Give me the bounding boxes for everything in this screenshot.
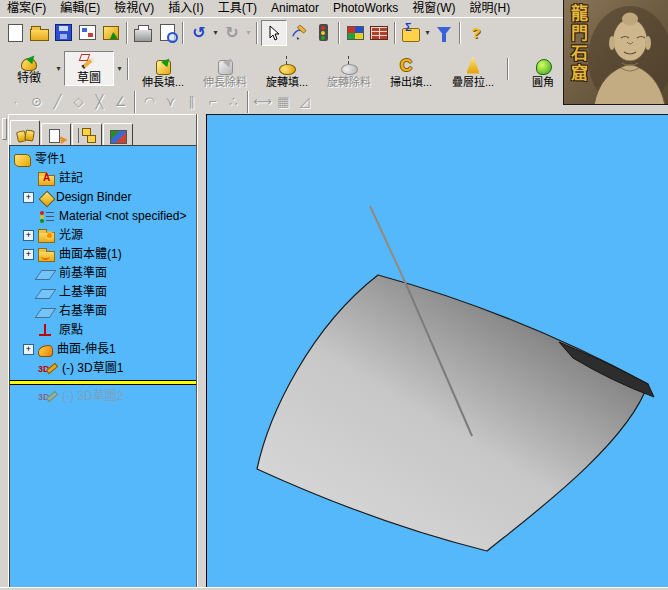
tree-item-3d-sketch1[interactable]: 3D (-) 3D草圖1 <box>10 359 196 378</box>
edit-color-button[interactable] <box>343 21 367 45</box>
longmen-grottoes-photo: 龍門石窟 <box>563 0 668 105</box>
make-assembly-from-part-button[interactable] <box>99 21 123 45</box>
print-preview-button[interactable] <box>155 21 179 45</box>
sketch-trim-icon[interactable]: ╳ <box>89 92 110 112</box>
menu-tools[interactable]: 工具(T) <box>211 0 264 17</box>
sketch-tool-button[interactable] <box>287 21 311 45</box>
sketch-angle-measure-icon[interactable]: ◿ <box>294 92 315 112</box>
revolved-boss-label: 旋轉填... <box>266 76 308 88</box>
undo-button[interactable]: ↺ <box>187 21 211 45</box>
revolved-cut-button[interactable]: 旋轉除料 <box>318 48 380 90</box>
color-palette-icon <box>347 26 364 40</box>
tree-item-front-plane[interactable]: 前基準面 <box>10 264 196 283</box>
toolbar-separator <box>507 58 509 80</box>
rollback-bar[interactable] <box>10 380 196 385</box>
menu-edit[interactable]: 編輯(E) <box>53 0 107 17</box>
plane-icon <box>34 308 56 318</box>
expand-button[interactable]: + <box>23 192 34 203</box>
tree-item-annotations[interactable]: A 註記 <box>10 169 196 188</box>
menu-animator[interactable]: Animator <box>264 0 326 17</box>
revolved-boss-button[interactable]: 旋轉填... <box>256 48 318 90</box>
sketch-circle-icon[interactable]: ⊙ <box>26 92 47 112</box>
rebuild-button[interactable] <box>311 21 335 45</box>
tree-item-origin[interactable]: 原點 <box>10 321 196 340</box>
make-drawing-from-part-button[interactable] <box>75 21 99 45</box>
extruded-cut-label: 伸長除料 <box>203 76 247 88</box>
swept-boss-button[interactable]: C 掃出填... <box>380 48 442 90</box>
tree-item-label: 上基準面 <box>59 283 107 302</box>
save-button[interactable] <box>51 21 75 45</box>
sketch-point-icon[interactable]: · <box>5 92 26 112</box>
surface-extrude-icon <box>38 345 53 357</box>
floppy-save-icon <box>55 24 72 41</box>
menu-photoworks[interactable]: PhotoWorks <box>326 0 405 17</box>
menu-view[interactable]: 檢視(V) <box>107 0 161 17</box>
tree-item-right-plane[interactable]: 右基準面 <box>10 302 196 321</box>
sigma-glyph: Σ <box>405 21 412 33</box>
features-flyout-button[interactable]: 特徵 <box>4 49 54 89</box>
tab-featuremanager[interactable] <box>10 120 40 148</box>
tree-item-design-binder[interactable]: + Design Binder <box>10 188 196 207</box>
sketch-snap-icon[interactable]: ⋎ <box>160 92 181 112</box>
featuremanager-icon <box>16 127 34 142</box>
3d-sketch-icon: 3D <box>38 390 58 404</box>
measure-dropdown[interactable]: ▾ <box>423 28 432 37</box>
features-flyout-dropdown[interactable]: ▾ <box>54 64 63 73</box>
texture-button[interactable] <box>367 21 391 45</box>
tree-item-surface-bodies[interactable]: + 曲面本體(1) <box>10 245 196 264</box>
propertymanager-icon <box>47 128 65 143</box>
expand-button[interactable]: + <box>23 230 34 241</box>
extruded-cut-button[interactable]: 伸長除料 <box>194 48 256 90</box>
3d-sketch-icon: 3D <box>38 362 58 376</box>
menu-insert[interactable]: 插入(I) <box>161 0 210 17</box>
open-button[interactable] <box>27 21 51 45</box>
sketch-dimension-icon[interactable]: ⟷ <box>252 92 273 112</box>
surface-bodies-folder-icon <box>38 251 55 262</box>
features-flyout-label: 特徵 <box>17 72 41 85</box>
new-document-button[interactable] <box>3 21 27 45</box>
assembly-box-icon <box>103 26 119 40</box>
sketch-grid-icon[interactable]: ▦ <box>273 92 294 112</box>
model-surface-extrude[interactable] <box>207 115 668 588</box>
sketch-angle-icon[interactable]: ∠ <box>110 92 131 112</box>
menu-file[interactable]: 檔案(F) <box>0 0 53 17</box>
sketch-polygon-icon[interactable]: ◇ <box>68 92 89 112</box>
sketch-flyout-dropdown[interactable]: ▾ <box>115 64 124 73</box>
swept-boss-icon: C <box>400 56 412 75</box>
sketch-construction-icon[interactable]: ∴ <box>223 92 244 112</box>
tree-item-label: 原點 <box>59 321 83 340</box>
undo-dropdown[interactable]: ▾ <box>211 28 220 37</box>
sketch-parallel-icon[interactable]: ∥ <box>181 92 202 112</box>
measure-button[interactable]: Σ <box>399 21 423 45</box>
tree-item-top-plane[interactable]: 上基準面 <box>10 283 196 302</box>
graphics-viewport[interactable] <box>207 114 668 587</box>
cursor-arrow-icon <box>266 25 282 41</box>
selection-filter-button[interactable] <box>432 21 456 45</box>
photo-caption: 龍門石窟 <box>567 4 587 84</box>
panel-splitter[interactable] <box>196 114 207 587</box>
tree-item-material[interactable]: Material <not specified> <box>10 207 196 226</box>
help-button[interactable]: ? <box>464 21 488 45</box>
redo-button[interactable]: ↻ <box>220 21 244 45</box>
curved-surface <box>257 275 648 551</box>
menu-help[interactable]: 說明(H) <box>462 0 517 17</box>
print-button[interactable] <box>131 21 155 45</box>
lofted-boss-button[interactable]: 疊層拉... <box>442 48 504 90</box>
tree-item-label: Material <not specified> <box>59 207 186 226</box>
expand-button[interactable]: + <box>23 249 34 260</box>
sketch-arc-icon[interactable]: ◠ <box>139 92 160 112</box>
menu-window[interactable]: 視窗(W) <box>405 0 462 17</box>
sketch-perpendicular-icon[interactable]: ⌐ <box>202 92 223 112</box>
redo-dropdown[interactable]: ▾ <box>244 28 253 37</box>
tree-item-lighting[interactable]: + 光源 <box>10 226 196 245</box>
expand-button[interactable]: + <box>23 344 34 355</box>
tree-item-part1[interactable]: 零件1 <box>10 150 196 169</box>
sketch-flyout-button[interactable]: 草圖 <box>63 49 115 89</box>
tree-item-3d-sketch2[interactable]: 3D (-) 3D草圖2 <box>10 387 196 406</box>
sketch-line-icon[interactable]: ╱ <box>47 92 68 112</box>
select-tool-button[interactable] <box>261 20 287 46</box>
extruded-boss-button[interactable]: 伸長填... <box>132 48 194 90</box>
lofted-boss-icon <box>462 56 484 76</box>
tree-item-label: 右基準面 <box>59 302 107 321</box>
tree-item-surface-extrude1[interactable]: + 曲面-伸長1 <box>10 340 196 359</box>
